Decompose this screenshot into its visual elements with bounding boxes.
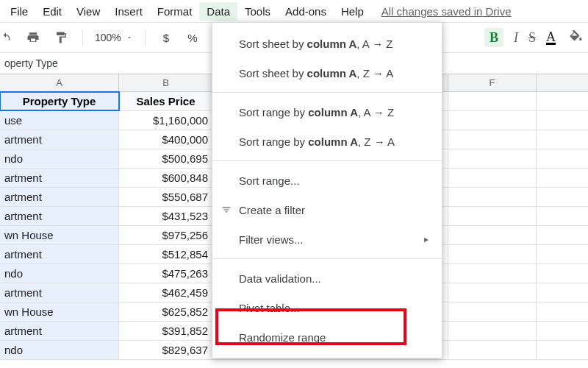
cell[interactable]: artment xyxy=(0,207,119,225)
cell[interactable]: $625,852 xyxy=(119,302,213,321)
cell[interactable] xyxy=(448,149,537,168)
chevron-down-icon xyxy=(126,34,133,41)
menu-item-sort-sheet-za[interactable]: Sort sheet by column A, Z → A xyxy=(212,58,442,88)
print-icon[interactable] xyxy=(24,27,43,48)
cell[interactable]: Property Type xyxy=(0,92,119,110)
cell[interactable]: $462,459 xyxy=(119,283,213,302)
submenu-arrow-icon: ▸ xyxy=(424,234,429,244)
cell[interactable]: $829,637 xyxy=(119,341,213,359)
cell[interactable] xyxy=(448,169,537,187)
italic-button[interactable]: I xyxy=(514,30,518,46)
menu-format[interactable]: Format xyxy=(150,2,200,21)
cell[interactable]: $391,852 xyxy=(119,322,213,340)
cell[interactable]: ndo xyxy=(0,341,119,359)
menu-item-data-validation[interactable]: Data validation... xyxy=(212,263,442,293)
menu-file[interactable]: File xyxy=(3,2,35,21)
col-header-A[interactable]: A xyxy=(0,74,119,91)
cell[interactable] xyxy=(448,341,537,359)
menu-item-sort-range[interactable]: Sort range... xyxy=(212,166,442,195)
cell[interactable]: wn House xyxy=(0,302,119,321)
cell[interactable]: artment xyxy=(0,322,119,340)
zoom-select[interactable]: 100% xyxy=(95,32,133,43)
cell[interactable]: wn House xyxy=(0,226,119,244)
cell[interactable]: $1,160,000 xyxy=(119,111,213,130)
col-header-F[interactable]: F xyxy=(448,74,537,91)
cell[interactable]: $500,695 xyxy=(119,149,213,168)
cell[interactable] xyxy=(448,188,537,206)
filter-icon xyxy=(220,203,233,216)
menu-data[interactable]: Data xyxy=(199,2,237,21)
paint-format-icon[interactable] xyxy=(51,27,71,48)
menu-insert[interactable]: Insert xyxy=(107,2,150,21)
drive-save-status[interactable]: All changes saved in Drive xyxy=(381,5,512,18)
menu-help[interactable]: Help xyxy=(334,2,371,21)
cell[interactable] xyxy=(448,283,537,302)
menu-view[interactable]: View xyxy=(69,2,107,21)
menu-item-filter-views[interactable]: Filter views... ▸ xyxy=(212,224,442,254)
cell[interactable]: $600,848 xyxy=(119,169,213,187)
zoom-value: 100% xyxy=(95,32,121,43)
fill-color-button[interactable] xyxy=(566,27,587,48)
cell[interactable]: Sales Price xyxy=(119,92,213,110)
cell[interactable]: $400,000 xyxy=(119,130,213,149)
menu-item-sort-sheet-az[interactable]: Sort sheet by column A, A → Z xyxy=(212,29,442,58)
menu-item-sort-range-za[interactable]: Sort range by column A, Z → A xyxy=(212,127,442,156)
formula-bar-value: operty Type xyxy=(4,57,58,69)
strikethrough-button[interactable]: S xyxy=(528,30,536,46)
cell[interactable]: artment xyxy=(0,169,119,187)
menu-item-sort-range-az[interactable]: Sort range by column A, A → Z xyxy=(212,97,442,127)
cell[interactable]: $512,854 xyxy=(119,245,213,263)
cell[interactable] xyxy=(448,245,537,263)
cell[interactable]: ndo xyxy=(0,264,119,283)
cell[interactable] xyxy=(448,302,537,321)
cell[interactable] xyxy=(448,130,537,149)
menubar: File Edit View Insert Format Data Tools … xyxy=(0,0,588,22)
cell[interactable] xyxy=(448,226,537,244)
cell[interactable]: $550,687 xyxy=(119,188,213,206)
percent-format-button[interactable]: % xyxy=(184,27,201,48)
menu-edit[interactable]: Edit xyxy=(35,2,69,21)
currency-format-button[interactable]: $ xyxy=(157,27,175,48)
menu-item-randomize-range[interactable]: Randomize range xyxy=(212,322,442,352)
cell[interactable]: ndo xyxy=(0,149,119,168)
data-menu-dropdown: Sort sheet by column A, A → Z Sort sheet… xyxy=(212,22,442,358)
menu-item-create-filter[interactable]: Create a filter xyxy=(212,195,442,224)
bold-button[interactable]: B xyxy=(484,28,503,47)
cell[interactable] xyxy=(448,322,537,340)
text-color-button[interactable]: A xyxy=(546,31,556,45)
cell[interactable] xyxy=(448,207,537,225)
cell[interactable]: $431,523 xyxy=(119,207,213,225)
menu-tools[interactable]: Tools xyxy=(237,2,278,21)
menu-item-pivot-table[interactable]: Pivot table... xyxy=(212,293,442,322)
cell[interactable]: $975,256 xyxy=(119,226,213,244)
cell[interactable] xyxy=(448,264,537,283)
menu-addons[interactable]: Add-ons xyxy=(278,2,334,21)
cell[interactable]: artment xyxy=(0,130,119,149)
cell[interactable]: artment xyxy=(0,283,119,302)
cell[interactable]: artment xyxy=(0,245,119,263)
cell[interactable] xyxy=(448,111,537,130)
col-header-B[interactable]: B xyxy=(119,74,213,91)
cell[interactable] xyxy=(448,92,537,110)
cell[interactable]: use xyxy=(0,111,119,130)
undo-icon[interactable] xyxy=(0,27,15,48)
cell[interactable]: artment xyxy=(0,188,119,206)
cell[interactable]: $475,263 xyxy=(119,264,213,283)
